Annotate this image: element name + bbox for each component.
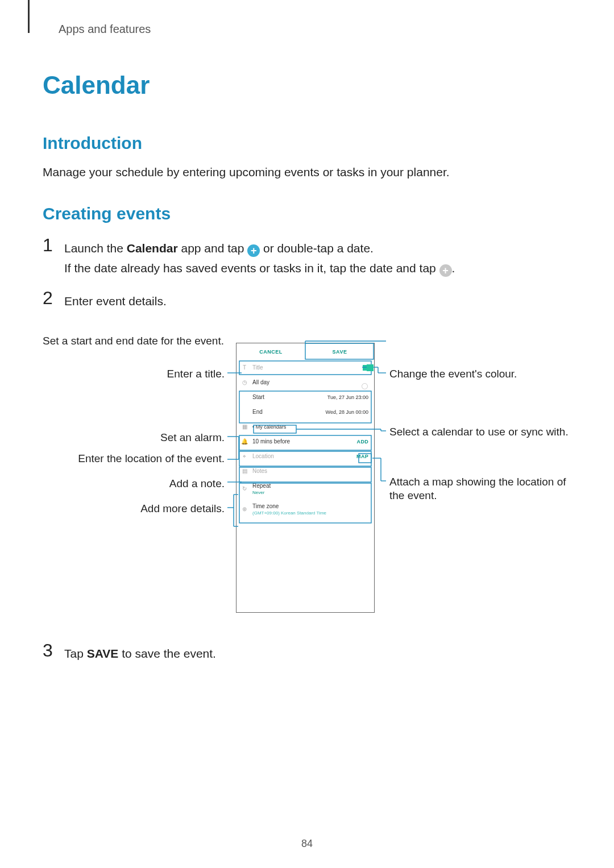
callout-alarm: Set an alarm. <box>43 431 225 445</box>
callout-location: Enter the location of the event. <box>43 452 225 466</box>
notes-row[interactable]: ▤ Notes <box>237 464 374 479</box>
end-row[interactable]: End Wed, 28 Jun 00:00 <box>237 405 374 420</box>
text-icon: T <box>241 364 248 371</box>
text: Repeat <box>252 483 271 489</box>
callout-notes: Add a note. <box>43 477 225 491</box>
clock-icon: ◷ <box>241 379 248 386</box>
globe-icon: ⊕ <box>241 506 248 513</box>
note-icon: ▤ <box>241 468 248 475</box>
introduction-text: Manage your schedule by entering upcomin… <box>43 163 571 181</box>
step-number: 2 <box>43 289 61 307</box>
phone-header: CANCEL SAVE <box>237 343 374 360</box>
map-button[interactable]: MAP <box>356 454 368 459</box>
diagram: Enter a title. Set an alarm. Enter the l… <box>43 334 571 624</box>
notes-placeholder: Notes <box>252 468 267 474</box>
step-2: 2 Enter event details. <box>43 289 571 312</box>
text: to save the event. <box>118 647 216 660</box>
step-3: 3 Tap SAVE to save the event. <box>43 641 571 664</box>
text: or double-tap a date. <box>260 242 374 255</box>
text: If the date already has saved events or … <box>64 261 439 275</box>
page-content: Apps and features Calendar Introduction … <box>0 0 614 663</box>
timezone-value: (GMT+09:00) Korean Standard Time <box>252 510 326 516</box>
text: Tap <box>64 647 87 660</box>
cancel-button[interactable]: CANCEL <box>237 343 305 360</box>
repeat-row[interactable]: ↻ Repeat Never <box>237 479 374 499</box>
color-swatch[interactable] <box>363 365 368 371</box>
text: Time zone <box>252 503 279 509</box>
steps-list: 1 Launch the Calendar app and tap + or d… <box>43 236 571 312</box>
callout-dates: Set a start and end date for the event. <box>43 334 225 348</box>
step-number: 1 <box>43 236 61 254</box>
repeat-icon: ↻ <box>241 485 248 492</box>
start-label: Start <box>252 394 264 400</box>
steps-list-continued: 3 Tap SAVE to save the event. <box>43 641 571 664</box>
timezone-row[interactable]: ⊕ Time zone (GMT+09:00) Korean Standard … <box>237 499 374 520</box>
step-1: 1 Launch the Calendar app and tap + or d… <box>43 236 571 279</box>
text: Launch the <box>64 242 127 255</box>
plus-icon: + <box>247 244 260 257</box>
add-button[interactable]: ADD <box>357 439 368 445</box>
location-row[interactable]: ⌖ Location MAP <box>237 449 374 464</box>
start-row[interactable]: Start Tue, 27 Jun 23:00 <box>237 390 374 405</box>
callout-color: Change the event's colour. <box>389 367 571 381</box>
text: My calendars <box>256 424 287 430</box>
calendar-icon: ▦ <box>241 423 248 430</box>
page-number: 84 <box>301 838 313 850</box>
phone-mock: CANCEL SAVE T Title ◷ All day Start Tue,… <box>236 343 375 613</box>
start-value: Tue, 27 Jun 23:00 <box>327 394 368 400</box>
step-body: Launch the Calendar app and tap + or dou… <box>64 236 571 279</box>
alarm-label: 10 mins before <box>252 438 290 445</box>
allday-row[interactable]: ◷ All day <box>237 375 374 390</box>
bell-icon: 🔔 <box>241 438 248 445</box>
section-introduction-heading: Introduction <box>43 134 571 153</box>
plus-icon: + <box>439 264 452 277</box>
timezone-label: Time zone (GMT+09:00) Korean Standard Ti… <box>252 503 326 516</box>
callout-more: Add more details. <box>43 502 225 516</box>
text: . <box>452 261 455 275</box>
end-label: End <box>252 409 263 415</box>
step-number: 3 <box>43 641 61 659</box>
side-margin-mark <box>28 0 30 33</box>
calendars-label: • My calendars <box>252 424 286 430</box>
title-field[interactable]: T Title <box>237 360 374 375</box>
breadcrumb: Apps and features <box>59 23 571 36</box>
title-placeholder: Title <box>252 364 263 371</box>
callout-title: Enter a title. <box>43 367 225 381</box>
pin-icon: ⌖ <box>241 453 248 460</box>
step-body: Tap SAVE to save the event. <box>64 641 571 664</box>
allday-label: All day <box>252 379 269 385</box>
save-button[interactable]: SAVE <box>305 343 374 360</box>
text: app and tap <box>178 242 248 255</box>
end-value: Wed, 28 Jun 00:00 <box>326 409 368 415</box>
step-body: Enter event details. <box>64 289 571 312</box>
calendars-row[interactable]: ▦ • My calendars <box>237 420 374 434</box>
location-placeholder: Location <box>252 453 274 459</box>
page-title: Calendar <box>43 71 571 99</box>
section-creating-events-heading: Creating events <box>43 204 571 223</box>
save-label: SAVE <box>87 647 119 660</box>
repeat-value: Never <box>252 490 271 495</box>
callout-calendar: Select a calendar to use or sync with. <box>389 425 571 439</box>
repeat-label: Repeat Never <box>252 483 271 495</box>
app-name: Calendar <box>127 242 178 255</box>
callout-map: Attach a map showing the location of the… <box>389 475 571 503</box>
alarm-row[interactable]: 🔔 10 mins before ADD <box>237 434 374 449</box>
